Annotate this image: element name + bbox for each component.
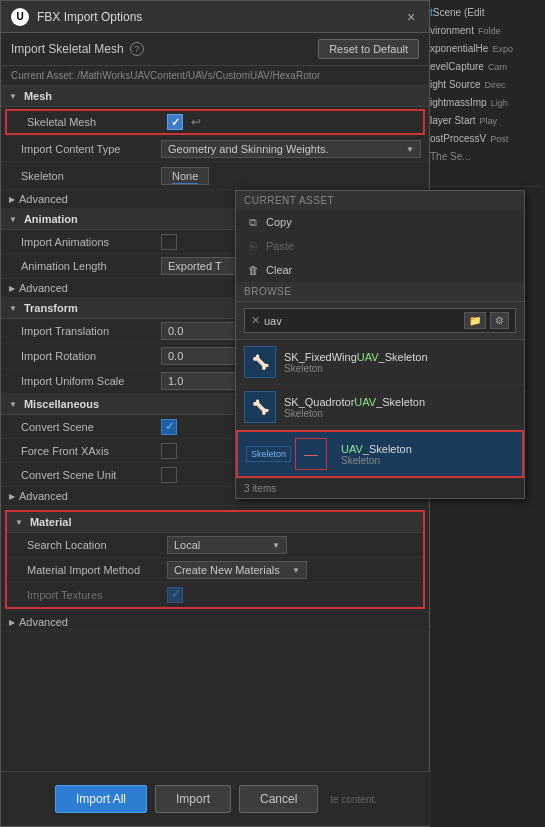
search-location-dropdown[interactable]: Local ▼ [167, 536, 287, 554]
search-field: ✕ 📁 ⚙ [244, 308, 516, 333]
scene-panel-item: The Se... [428, 148, 543, 166]
import-content-type-label: Import Content Type [21, 143, 161, 155]
skeleton-result-icon: 🦴 [244, 391, 276, 423]
copy-item[interactable]: ⧉ Copy [236, 210, 524, 234]
uav-skeleton-icon: — [295, 438, 327, 470]
misc-advanced-arrow-icon: ▶ [9, 492, 15, 501]
material-arrow-icon: ▼ [15, 518, 23, 527]
transform-section-title: Transform [24, 302, 78, 314]
convert-scene-checkbox[interactable]: ✓ [161, 419, 177, 435]
action-bar: Import All Import Cancel te content. [1, 771, 431, 826]
material-advanced-arrow-icon: ▶ [9, 618, 15, 627]
mesh-arrow-icon: ▼ [9, 92, 17, 101]
scene-panel-item: tScene (Edit [428, 4, 543, 22]
skeleton-result-type: Skeleton [284, 408, 516, 419]
skeleton-result-name: SK_QuadrotorUAV_Skeleton [284, 396, 516, 408]
convert-scene-label: Convert Scene [21, 421, 161, 433]
skeletal-mesh-label: Skeletal Mesh [27, 116, 167, 128]
import-textures-row: Import Textures ✓ [7, 583, 423, 607]
skeleton-row: Skeleton None [1, 162, 429, 190]
import-textures-checkbox[interactable]: ✓ [167, 587, 183, 603]
close-button[interactable]: × [403, 9, 419, 25]
skeleton-result-type: Skeleton [341, 455, 514, 466]
dropdown-arrow-icon: ▼ [406, 145, 414, 154]
skeleton-dropdown-popup: CURRENT ASSET ⧉ Copy ⎘ Paste 🗑 Clear BRO… [235, 190, 525, 499]
scene-panel-item: layer StartPlay [428, 112, 543, 130]
browse-button[interactable]: 📁 [464, 312, 486, 329]
import-label: Import Skeletal Mesh ? [11, 42, 144, 56]
import-textures-label: Import Textures [27, 589, 167, 601]
paste-item[interactable]: ⎘ Paste [236, 234, 524, 258]
import-uniform-scale-input[interactable] [161, 372, 241, 390]
skeleton-result-type: Skeleton [284, 363, 516, 374]
import-translation-input[interactable] [161, 322, 241, 340]
convert-scene-unit-label: Convert Scene Unit [21, 469, 161, 481]
skeleton-result-icon: 🦴 [244, 346, 276, 378]
material-section-header[interactable]: ▼ Material [7, 512, 423, 533]
advanced-arrow-icon: ▶ [9, 195, 15, 204]
cancel-button[interactable]: Cancel [239, 785, 318, 813]
search-location-row: Search Location Local ▼ [7, 533, 423, 558]
material-import-method-label: Material Import Method [27, 564, 167, 576]
animation-length-label: Animation Length [21, 260, 161, 272]
title-bar: U FBX Import Options × [1, 1, 429, 33]
animation-section-title: Animation [24, 213, 78, 225]
force-front-xaxis-checkbox[interactable] [161, 443, 177, 459]
skeleton-result-uav[interactable]: Skeleton — UAV_Skeleton Skeleton [236, 430, 524, 478]
import-content-type-row: Import Content Type Geometry and Skinnin… [1, 137, 429, 162]
paste-icon: ⎘ [246, 239, 260, 253]
settings-button[interactable]: ⚙ [490, 312, 509, 329]
search-clear-icon[interactable]: ✕ [251, 314, 260, 327]
import-uniform-scale-label: Import Uniform Scale [21, 375, 161, 387]
reset-to-default-button[interactable]: Reset to Default [318, 39, 419, 59]
search-area: ✕ 📁 ⚙ [236, 301, 524, 340]
force-front-xaxis-label: Force Front XAxis [21, 445, 161, 457]
dialog-title: FBX Import Options [37, 10, 142, 24]
material-import-method-row: Material Import Method Create New Materi… [7, 558, 423, 583]
skeleton-result-fixed-wing[interactable]: 🦴 SK_FixedWingUAV_Skeleton Skeleton [236, 340, 524, 385]
import-rotation-label: Import Rotation [21, 350, 161, 362]
material-advanced-row[interactable]: ▶ Advanced [1, 613, 429, 632]
transform-arrow-icon: ▼ [9, 304, 17, 313]
ue-logo: U [11, 8, 29, 26]
top-bar: Import Skeletal Mesh ? Reset to Default [1, 33, 429, 66]
mesh-section-header[interactable]: ▼ Mesh [1, 86, 429, 107]
material-section-title: Material [30, 516, 72, 528]
skeletal-mesh-checkbox[interactable]: ✓ [167, 114, 183, 130]
import-translation-label: Import Translation [21, 325, 161, 337]
miscellaneous-section-title: Miscellaneous [24, 398, 99, 410]
animation-advanced-label: Advanced [19, 282, 68, 294]
scene-panel-item: vironmentFolde [428, 22, 543, 40]
convert-scene-unit-checkbox[interactable] [161, 467, 177, 483]
skeleton-result-name: UAV_Skeleton [341, 443, 514, 455]
import-button[interactable]: Import [155, 785, 231, 813]
skeleton-tag: Skeleton [246, 446, 291, 462]
animation-arrow-icon: ▼ [9, 215, 17, 224]
import-animations-checkbox[interactable] [161, 234, 177, 250]
mesh-section-title: Mesh [24, 90, 52, 102]
import-content-type-dropdown[interactable]: Geometry and Skinning Weights. ▼ [161, 140, 421, 158]
scene-panel-item: xponentialHeExpo [428, 40, 543, 58]
misc-arrow-icon: ▼ [9, 400, 17, 409]
skeleton-result-quadrotor[interactable]: 🦴 SK_QuadrotorUAV_Skeleton Skeleton [236, 385, 524, 430]
skeletal-mesh-reset-icon[interactable]: ↩ [191, 115, 201, 129]
scene-panel-item: ightmassImpLigh [428, 94, 543, 112]
help-icon[interactable]: ? [130, 42, 144, 56]
scene-panel-item: ight SourceDirec [428, 76, 543, 94]
material-import-method-dropdown[interactable]: Create New Materials ▼ [167, 561, 307, 579]
misc-advanced-label: Advanced [19, 490, 68, 502]
current-asset-section-label: CURRENT ASSET [236, 191, 524, 210]
skeleton-none-button[interactable]: None [161, 167, 209, 185]
te-content-label: te content. [330, 794, 377, 805]
anim-advanced-arrow-icon: ▶ [9, 284, 15, 293]
scene-panel-item: ostProcessVPost [428, 130, 543, 148]
trash-icon: 🗑 [246, 263, 260, 277]
search-input[interactable] [264, 315, 460, 327]
import-all-button[interactable]: Import All [55, 785, 147, 813]
search-location-label: Search Location [27, 539, 167, 551]
clear-item[interactable]: 🗑 Clear [236, 258, 524, 282]
asset-path: Current Asset: /MathWorksUAVContent/UAVs… [1, 66, 429, 86]
skeleton-label: Skeleton [21, 170, 161, 182]
skeletal-mesh-row: Skeletal Mesh ✓ ↩ [5, 109, 425, 135]
import-rotation-input[interactable] [161, 347, 241, 365]
